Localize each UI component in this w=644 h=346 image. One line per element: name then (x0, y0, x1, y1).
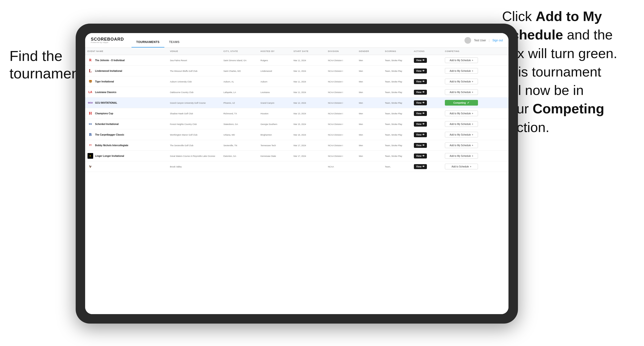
scoring-cell: Team, Stroke Play (383, 76, 412, 87)
tab-tournaments[interactable]: TOURNAMENTS (132, 40, 164, 47)
add-schedule-button[interactable]: Add to My Schedule + (445, 121, 478, 127)
eye-icon: 👁 (422, 91, 424, 93)
view-button[interactable]: View 👁 (414, 58, 427, 63)
hosted-by-cell: Louisiana (258, 87, 291, 98)
gender-cell: Men (356, 119, 382, 129)
view-button[interactable]: View 👁 (414, 164, 427, 169)
user-name: Test User (474, 39, 486, 42)
sign-out-link[interactable]: Sign out (492, 39, 503, 42)
plus-icon: + (472, 155, 473, 157)
add-schedule-label: Add to My Schedule (450, 155, 471, 157)
gender-cell: Men (356, 129, 382, 140)
header-separator: | (489, 39, 490, 42)
view-button[interactable]: View 👁 (414, 143, 427, 148)
view-label: View (416, 165, 422, 168)
hosted-by-cell: Lindenwood (258, 66, 291, 76)
tab-teams[interactable]: TEAMS (164, 40, 184, 47)
add-schedule-button[interactable]: Add to My Schedule + (445, 132, 478, 138)
view-button[interactable]: View 👁 (414, 90, 427, 95)
view-button[interactable]: View 👁 (414, 100, 427, 105)
eye-icon: 👁 (422, 134, 424, 136)
scoring-cell: Team, Stroke Play (383, 98, 412, 108)
add-schedule-button[interactable]: Add to My Schedule + (445, 111, 478, 116)
table-row: 🦅 Brook Valley NCAA Team, View 👁 Add to … (85, 161, 508, 172)
event-name-text: Lindenwood Invitational (95, 70, 122, 72)
gender-cell: Men (356, 98, 382, 108)
add-schedule-button[interactable]: Add to My Schedule + (445, 57, 478, 63)
hosted-by-cell: Tennessee Tech (258, 140, 291, 151)
hosted-by-cell: Kennesaw State (258, 151, 291, 161)
add-schedule-label: Add to My Schedule (450, 70, 471, 72)
header-right: Test User | Sign out (464, 37, 503, 44)
annotation-right: Click Add to MySchedule and the box will… (502, 7, 634, 137)
competing-cell: Add to My Schedule + (442, 151, 508, 161)
start-date-cell: Mar 15, 2024 (291, 119, 326, 129)
hosted-by-cell (258, 161, 291, 172)
actions-cell: View 👁 (412, 161, 443, 172)
scoring-cell: Team, Stroke Play (383, 66, 412, 76)
division-cell: NCAA Division I (326, 55, 357, 66)
division-cell: NCAA (326, 161, 357, 172)
view-button[interactable]: View 👁 (414, 132, 427, 137)
actions-cell: View 👁 (412, 76, 443, 87)
event-name-text: GCU INVITATIONAL (95, 102, 117, 104)
event-name-text: The Johnnie - O Individual (95, 59, 125, 62)
hosted-by-cell: Georgia Southern (258, 119, 291, 129)
annotation-left-line1: Find the (10, 48, 62, 64)
division-cell: NCAA Division I (326, 66, 357, 76)
view-button[interactable]: View 👁 (414, 154, 427, 159)
view-label: View (416, 112, 422, 115)
table-row: 🐯 Tiger Invitational Auburn University C… (85, 76, 508, 87)
scoring-cell: Team, Stroke Play (383, 129, 412, 140)
add-schedule-button[interactable]: Add to My Schedule + (445, 68, 478, 74)
actions-cell: View 👁 (412, 66, 443, 76)
gender-cell: Men (356, 151, 382, 161)
checkmark-icon: ✓ (467, 101, 470, 104)
actions-cell: View 👁 (412, 119, 443, 129)
start-date-cell: Mar 17, 2024 (291, 151, 326, 161)
tablet-screen: SCOREBOARD Powered by clippd TOURNAMENTS… (85, 33, 508, 314)
scoring-cell: Team, Stroke Play (383, 140, 412, 151)
division-cell: NCAA Division I (326, 76, 357, 87)
logo-text: SCOREBOARD (91, 37, 124, 41)
eye-icon: 👁 (422, 155, 424, 157)
gender-cell: Men (356, 55, 382, 66)
scoring-cell: Team, Stroke Play (383, 151, 412, 161)
event-name-text: Champions Cup (95, 112, 113, 115)
view-button[interactable]: View 👁 (414, 122, 427, 127)
add-schedule-button[interactable]: Add to My Schedule + (445, 79, 478, 84)
eye-icon: 👁 (422, 102, 424, 104)
col-header-venue: VENUE (168, 48, 221, 55)
add-schedule-label: Add to Schedule (452, 165, 469, 168)
hosted-by-cell: Houston (258, 108, 291, 119)
add-schedule-label: Add to My Schedule (450, 80, 471, 83)
event-name-cell: L Lindenwood Invitational (85, 66, 168, 76)
event-name-cell: GCU GCU INVITATIONAL (85, 98, 168, 108)
actions-cell: View 👁 (412, 98, 443, 108)
event-name-text: Tiger Invitational (95, 80, 114, 83)
view-button[interactable]: View 👁 (414, 79, 427, 84)
add-schedule-button[interactable]: Add to Schedule + (445, 164, 478, 169)
competing-button[interactable]: Competing ✓ (445, 100, 478, 106)
start-date-cell: Mar 11, 2024 (291, 55, 326, 66)
start-date-cell: Mar 13, 2024 (291, 108, 326, 119)
hosted-by-cell: Rutgers (258, 55, 291, 66)
event-name-text: Linger Longer Invitational (95, 155, 124, 157)
add-schedule-button[interactable]: Add to My Schedule + (445, 142, 478, 148)
event-name-cell: GS Schenkel Invitational (85, 119, 168, 129)
plus-icon: + (472, 133, 473, 136)
col-header-hosted: HOSTED BY (258, 48, 291, 55)
competing-cell: Add to My Schedule + (442, 140, 508, 151)
nav-tabs: TOURNAMENTS TEAMS (132, 33, 184, 47)
hosted-by-cell: Binghamton (258, 129, 291, 140)
hosted-by-cell: Grand Canyon (258, 98, 291, 108)
add-schedule-button[interactable]: Add to My Schedule + (445, 153, 478, 159)
scoring-cell: Team, (383, 161, 412, 172)
view-button[interactable]: View 👁 (414, 68, 427, 73)
add-schedule-button[interactable]: Add to My Schedule + (445, 89, 478, 95)
event-name-cell: B The Carpetbagger Classic (85, 129, 168, 140)
table-area[interactable]: EVENT NAME VENUE CITY, STATE HOSTED BY S… (85, 48, 508, 314)
view-button[interactable]: View 👁 (414, 111, 427, 116)
view-label: View (416, 102, 422, 104)
avatar (464, 37, 471, 44)
